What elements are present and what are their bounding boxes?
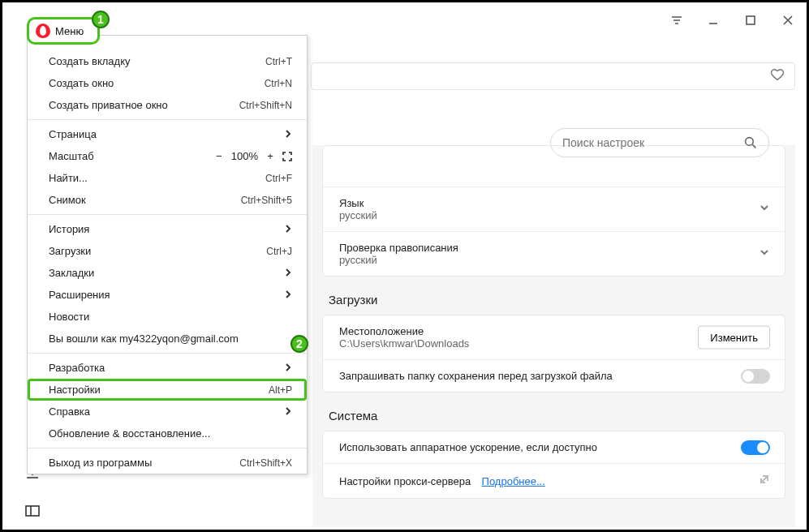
- svg-rect-1: [26, 506, 39, 516]
- chevron-right-icon: [284, 362, 292, 374]
- menu-snapshot[interactable]: Снимок Ctrl+Shift+5: [28, 189, 307, 211]
- menu-extensions[interactable]: Расширения: [28, 284, 307, 306]
- chevron-down-icon: [759, 247, 770, 261]
- menu-page[interactable]: Страница: [28, 123, 307, 145]
- menu-item-label: Загрузки: [49, 245, 91, 257]
- menu-item-label: Новости: [49, 311, 89, 323]
- window-close-button[interactable]: [769, 2, 807, 38]
- menu-shortcut: Ctrl+N: [265, 78, 292, 89]
- menu-item-label: Снимок: [49, 194, 86, 206]
- menu-new-tab[interactable]: Создать вкладку Ctrl+T: [28, 50, 307, 72]
- chevron-right-icon: [284, 128, 292, 140]
- window-maximize-button[interactable]: [732, 2, 769, 38]
- ask-before-download-row[interactable]: Запрашивать папку сохранения перед загру…: [323, 359, 785, 392]
- menu-item-label: Создать приватное окно: [49, 99, 168, 111]
- menu-item-label: История: [49, 223, 89, 235]
- hw-accel-row[interactable]: Использовать аппаратное ускорение, если …: [323, 431, 785, 463]
- language-row[interactable]: Язык русский: [323, 187, 785, 231]
- menu-downloads[interactable]: Загрузки Ctrl+J: [28, 240, 307, 262]
- spellcheck-row[interactable]: Проверка правописания русский: [323, 231, 785, 276]
- menu-item-label: Обновление & восстановление...: [49, 427, 210, 440]
- menu-new-window[interactable]: Создать окно Ctrl+N: [28, 72, 307, 94]
- chevron-down-icon: [759, 202, 770, 217]
- window-minimize-button[interactable]: [695, 2, 732, 38]
- tab-customize-icon[interactable]: [659, 15, 695, 26]
- chevron-right-icon: [284, 289, 292, 301]
- menu-find[interactable]: Найти... Ctrl+F: [28, 167, 307, 189]
- downloads-heading: Загрузки: [312, 288, 795, 315]
- menu-zoom[interactable]: Масштаб − 100% +: [28, 145, 307, 167]
- ask-before-download-label: Запрашивать папку сохранения перед загру…: [339, 370, 696, 382]
- menu-developer[interactable]: Разработка: [28, 357, 307, 379]
- menu-item-label: Закладки: [49, 267, 94, 279]
- spellcheck-value: русский: [339, 254, 768, 266]
- menu-item-label: Настройки: [49, 384, 101, 396]
- language-value: русский: [339, 209, 768, 221]
- opera-menu-button[interactable]: Меню: [27, 17, 100, 45]
- proxy-learn-more-link[interactable]: Подробнее...: [482, 475, 545, 487]
- svg-point-2: [746, 137, 754, 145]
- menu-item-label: Создать окно: [49, 77, 114, 89]
- settings-content: Язык русский Проверка правописания русск…: [312, 100, 795, 527]
- menu-item-label: Вы вошли как my4322yqon@gmail.com: [49, 332, 239, 345]
- menu-news[interactable]: Новости: [28, 306, 307, 328]
- menu-signed-in[interactable]: Вы вошли как my4322yqon@gmail.com: [28, 328, 307, 350]
- system-heading: Система: [312, 404, 795, 431]
- menu-item-label: Страница: [49, 128, 97, 140]
- menu-help[interactable]: Справка: [28, 401, 307, 423]
- menu-shortcut: Ctrl+Shift+5: [241, 195, 292, 206]
- menu-item-label: Создать вкладку: [49, 55, 131, 67]
- annotation-badge-1: 1: [92, 11, 110, 28]
- hw-accel-label: Использовать аппаратное ускорение, если …: [339, 441, 696, 453]
- menu-shortcut: Alt+P: [269, 384, 292, 396]
- menu-item-label: Справка: [49, 405, 90, 418]
- menu-item-label: Расширения: [49, 289, 110, 301]
- menu-update[interactable]: Обновление & восстановление...: [28, 423, 307, 444]
- annotation-badge-2: 2: [290, 335, 308, 353]
- spellcheck-label: Проверка правописания: [339, 242, 768, 254]
- menu-item-label: Найти...: [49, 172, 88, 184]
- menu-title: Меню: [55, 25, 84, 37]
- menu-exit[interactable]: Выход из программы Ctrl+Shift+X: [28, 452, 307, 474]
- heart-icon[interactable]: [770, 67, 785, 85]
- opera-logo-icon: [36, 24, 50, 38]
- zoom-value: 100%: [231, 150, 258, 162]
- menu-history[interactable]: История: [28, 218, 307, 240]
- zoom-in-button[interactable]: +: [265, 150, 276, 162]
- hw-accel-toggle[interactable]: [741, 440, 770, 455]
- menu-item-label: Выход из программы: [49, 457, 152, 469]
- fullscreen-icon[interactable]: [282, 152, 292, 161]
- proxy-row[interactable]: Настройки прокси-сервера Подробнее...: [323, 463, 785, 498]
- menu-shortcut: Ctrl+T: [265, 56, 292, 67]
- settings-search[interactable]: [550, 128, 769, 157]
- chevron-right-icon: [284, 405, 292, 418]
- menu-shortcut: Ctrl+Shift+N: [239, 100, 292, 111]
- change-location-button[interactable]: Изменить: [698, 326, 770, 350]
- menu-shortcut: Ctrl+J: [266, 246, 292, 257]
- address-bar[interactable]: [311, 62, 795, 90]
- language-label: Язык: [339, 197, 768, 209]
- chevron-right-icon: [284, 223, 292, 235]
- opera-menu: Создать вкладку Ctrl+T Создать окно Ctrl…: [27, 35, 308, 474]
- menu-item-label: Масштаб: [49, 150, 94, 162]
- settings-search-input[interactable]: [562, 136, 744, 149]
- zoom-out-button[interactable]: −: [213, 150, 225, 162]
- chevron-right-icon: [284, 267, 292, 279]
- menu-settings[interactable]: Настройки Alt+P: [28, 379, 307, 401]
- search-icon: [744, 136, 757, 149]
- menu-bookmarks[interactable]: Закладки: [28, 262, 307, 284]
- external-link-icon: [759, 474, 770, 488]
- download-location-row: Местоположение C:\Users\kmwar\Downloads …: [323, 315, 785, 359]
- menu-shortcut: Ctrl+F: [265, 173, 292, 184]
- menu-shortcut: Ctrl+Shift+X: [239, 457, 292, 469]
- panel-icon[interactable]: [22, 500, 43, 521]
- menu-item-label: Разработка: [49, 362, 105, 374]
- svg-rect-0: [747, 16, 755, 24]
- menu-new-private[interactable]: Создать приватное окно Ctrl+Shift+N: [28, 94, 307, 116]
- proxy-label: Настройки прокси-сервера: [339, 475, 471, 487]
- ask-before-download-toggle[interactable]: [741, 369, 770, 384]
